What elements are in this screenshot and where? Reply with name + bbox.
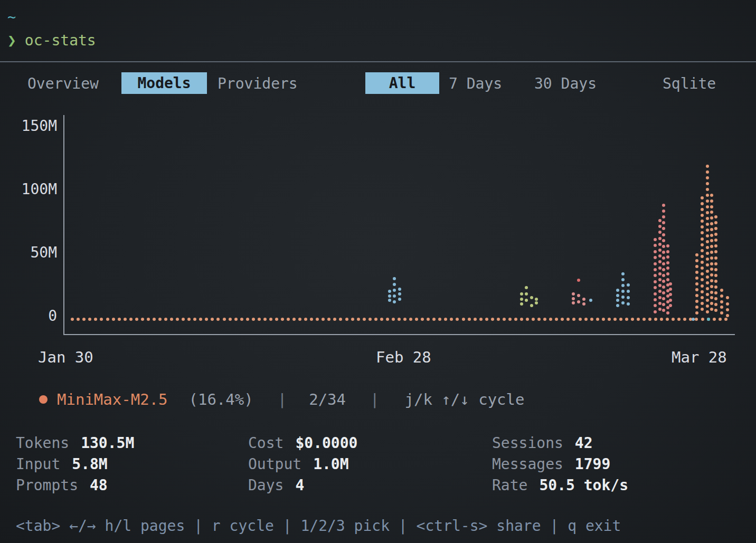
chart-dot <box>695 300 698 303</box>
chart-dot <box>706 281 709 284</box>
tab-models[interactable]: Models <box>121 72 207 94</box>
chart-dot <box>462 318 465 321</box>
tab-range-7-days[interactable]: 7 Days <box>449 75 502 92</box>
y-axis-tick-100m: 100M <box>0 180 57 198</box>
chart-dot <box>572 318 575 321</box>
chart-dot <box>456 318 459 321</box>
chart-dot <box>654 262 657 265</box>
tab-providers[interactable]: Providers <box>218 75 298 92</box>
chart-dot <box>393 283 396 286</box>
chart-dot <box>333 318 336 321</box>
legend-model-name[interactable]: MiniMax-M2.5 <box>57 390 168 408</box>
chart-dot <box>695 259 698 262</box>
chart-dot <box>658 266 662 270</box>
chart-dot <box>627 290 630 293</box>
tab-sqlite[interactable]: Sqlite <box>663 75 716 92</box>
chart-dot <box>234 318 238 321</box>
chart-dot <box>582 302 585 306</box>
chart-dot <box>642 318 646 321</box>
chart-dot <box>415 318 418 321</box>
chart-dot <box>658 237 662 240</box>
chart-dot <box>710 199 713 203</box>
chart-dot <box>627 302 630 306</box>
tab-range-all[interactable]: All <box>365 72 439 94</box>
chart-dot <box>147 318 150 321</box>
chart-dot <box>726 302 729 306</box>
chart-dot <box>710 285 713 288</box>
chart-dot <box>713 318 716 321</box>
chart-dot <box>153 318 156 321</box>
chart-dot <box>695 271 698 274</box>
chart-dot <box>666 278 669 281</box>
chart-dot <box>619 318 622 321</box>
chart-dot <box>616 289 619 292</box>
chart-dot <box>520 318 523 321</box>
chart-dot <box>714 244 717 247</box>
chart-dot <box>627 283 630 287</box>
chart-dot <box>714 268 717 271</box>
chart-dot <box>616 299 619 302</box>
chart-dot <box>393 289 396 292</box>
chart-dot <box>450 318 453 321</box>
chart-dot <box>662 274 665 277</box>
chart-dot <box>669 299 672 302</box>
chart-dot <box>662 204 665 207</box>
stats-column-2: Cost$0.0000 Output1.0M Days4 <box>248 433 357 496</box>
legend-marker-icon <box>39 395 48 404</box>
chart-dot <box>695 306 698 309</box>
stat-days: Days4 <box>248 475 357 496</box>
chart-dot <box>662 233 665 236</box>
chart-dot <box>701 266 704 270</box>
stat-label: Sessions <box>492 434 563 452</box>
chart-dot <box>627 296 630 299</box>
chart-dot <box>662 297 665 300</box>
stat-tokens: Tokens130.5M <box>16 433 134 454</box>
chart-dot <box>577 279 580 282</box>
chart-dot <box>662 303 665 306</box>
tab-overview[interactable]: Overview <box>27 75 99 92</box>
chart-dot <box>701 214 704 217</box>
chart-dot <box>398 318 401 321</box>
chart-dot <box>710 251 713 254</box>
chart-dot <box>666 244 669 247</box>
tab-range-30-days[interactable]: 30 Days <box>534 75 597 92</box>
chart-dot <box>621 296 625 299</box>
chart-dot <box>701 196 704 199</box>
chart-dot <box>666 272 669 275</box>
chart-dot <box>444 318 447 321</box>
chart-dot <box>269 318 272 321</box>
chart-dot <box>692 318 695 321</box>
chart-dot <box>683 318 686 321</box>
chart-dot <box>398 288 401 291</box>
stat-label: Days <box>248 477 284 494</box>
chart-dot <box>706 176 709 179</box>
chart-dot <box>706 293 709 296</box>
chart-dot <box>710 239 713 242</box>
stat-value: 42 <box>575 434 593 452</box>
stat-output: Output1.0M <box>248 454 357 475</box>
chart-dot <box>662 251 665 254</box>
stat-value: 4 <box>295 477 304 494</box>
chart-dot <box>199 318 202 321</box>
stat-rate: Rate50.5 tok/s <box>492 475 628 496</box>
chart-dot <box>582 298 585 301</box>
chart-dot <box>714 256 717 260</box>
chart-dot <box>662 256 665 260</box>
chart-dot <box>710 256 713 260</box>
chart-dot <box>695 277 698 280</box>
chart-dot <box>258 318 261 321</box>
chart-dot <box>621 284 625 287</box>
chart-dot <box>310 318 313 321</box>
chart-dot <box>726 308 729 311</box>
chart-dot <box>714 291 717 294</box>
chart-dot <box>706 263 709 266</box>
chart-dot <box>438 318 441 321</box>
chart-dot <box>710 194 713 197</box>
stats-column-3: Sessions42 Messages1799 Rate50.5 tok/s <box>492 433 628 496</box>
chart-dot <box>584 318 588 321</box>
stats-column-1: Tokens130.5M Input5.8M Prompts48 <box>16 433 134 496</box>
chart-dot <box>654 250 657 253</box>
chart-dot <box>666 311 669 315</box>
chart-dot <box>695 253 698 256</box>
chart-dot <box>658 290 662 293</box>
